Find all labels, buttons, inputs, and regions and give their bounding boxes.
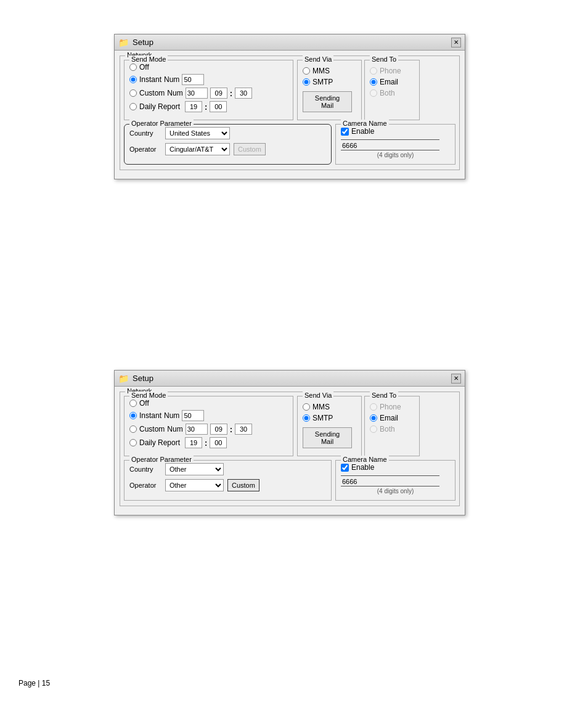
dialog-2-daily-radio[interactable] <box>129 439 137 446</box>
dialog-2-mms-radio[interactable] <box>303 403 310 411</box>
dialog-1-operator-field-label: Operator <box>129 146 161 153</box>
dialog-2-mms-label: MMS <box>312 403 330 411</box>
dialog-1-network-group: Network Send Mode Off <box>120 55 460 170</box>
dialog-1-both-label: Both <box>380 89 395 97</box>
dialog-2-send-via-box: Send Via MMS SMTP SendingMail <box>297 396 362 456</box>
dialog-2-custom-row: Custom Num : <box>129 424 288 435</box>
dialog-2-network-inner: Send Mode Off Instant Num <box>124 396 455 456</box>
dialog-1-instant-radio[interactable] <box>129 76 137 83</box>
dialog-1-smtp-radio[interactable] <box>303 78 310 86</box>
dialog-1-custom-num-input[interactable] <box>186 88 208 99</box>
dialog-2-daily-colon: : <box>205 438 207 448</box>
dialog-1-enable-label: Enable <box>351 127 374 136</box>
dialog-1-camera-name-input[interactable] <box>341 141 439 150</box>
dialog-2-operator-row: Operator Other Cingular/AT&T T-Mobile Cu… <box>129 479 326 491</box>
dialog-1-send-mode-box: Send Mode Off Instant Num <box>124 60 293 120</box>
dialog-2-custom-label: Custom <box>139 425 165 433</box>
dialog-1-instant-num-label: Num <box>164 75 179 84</box>
dialog-2-enable-row: Enable <box>341 463 450 472</box>
dialog-2-instant-label: Instant <box>139 411 161 420</box>
dialog-2-phone-radio[interactable] <box>370 403 377 411</box>
dialog-2-bottom-row: Operator Parameter Country Other United … <box>124 460 455 501</box>
dialog-1-email-radio[interactable] <box>370 78 377 86</box>
dialog-1-enable-row: Enable <box>341 127 450 136</box>
dialog-2-smtp-radio[interactable] <box>303 414 310 422</box>
dialog-1-country-select[interactable]: United States Other <box>165 127 230 139</box>
dialog-2-close-button[interactable]: ✕ <box>451 374 461 384</box>
dialog-1-country-row: Country United States Other <box>129 127 326 139</box>
dialog-2-daily-time2[interactable] <box>210 437 227 448</box>
dialog-2-custom-button[interactable]: Custom <box>227 479 259 491</box>
dialog-1-body: Network Send Mode Off <box>115 51 465 179</box>
dialog-2-off-radio[interactable] <box>129 400 137 407</box>
dialog-2-camera-name-input[interactable] <box>341 477 439 486</box>
dialog-1-operator-row: Operator Cingular/AT&T T-Mobile Other Cu… <box>129 143 326 155</box>
dialog-2-titlebar: 📁 Setup ✕ <box>115 371 465 387</box>
dialog-1-mms-radio[interactable] <box>303 67 310 75</box>
folder-icon-2: 📁 <box>118 374 129 384</box>
dialog-2-daily-time1[interactable] <box>185 437 202 448</box>
dialog-1-custom-time1[interactable] <box>210 88 227 99</box>
dialog-2-country-select[interactable]: Other United States <box>165 463 224 475</box>
dialog-1-titlebar: 📁 Setup ✕ <box>115 35 465 51</box>
dialog-2-phone-label: Phone <box>380 403 401 411</box>
dialog-1-custom-colon1: : <box>230 89 232 98</box>
dialog-2-instant-num-input[interactable] <box>182 410 204 421</box>
dialog-1: 📁 Setup ✕ Network Send Mode <box>114 34 465 179</box>
dialog-2: 📁 Setup ✕ Network Send Mode <box>114 370 465 515</box>
dialog-1-title: Setup <box>133 38 153 47</box>
dialog-2-custom-num-input[interactable] <box>186 424 208 435</box>
dialog-1-operator-select[interactable]: Cingular/AT&T T-Mobile Other <box>165 143 230 155</box>
dialog-1-custom-radio[interactable] <box>129 89 137 97</box>
dialog-1-custom-time2[interactable] <box>235 88 252 99</box>
dialog-1-both-radio[interactable] <box>370 89 377 97</box>
dialog-2-country-row: Country Other United States <box>129 463 326 475</box>
dialog-1-custom-button[interactable]: Custom <box>234 143 266 155</box>
dialog-1-smtp-label: SMTP <box>312 78 333 86</box>
dialog-2-operator-select[interactable]: Other Cingular/AT&T T-Mobile <box>165 479 224 491</box>
dialog-1-both-row: Both <box>370 89 414 97</box>
dialog-2-title-left: 📁 Setup <box>118 374 153 384</box>
dialog-1-send-via-label: Send Via <box>303 55 333 63</box>
dialog-2-off-label: Off <box>139 399 149 408</box>
dialog-2-network-group: Network Send Mode Off <box>120 392 460 506</box>
dialog-1-enable-checkbox[interactable] <box>341 128 349 136</box>
dialog-2-operator-field-label: Operator <box>129 482 161 489</box>
dialog-1-phone-row: Phone <box>370 67 414 75</box>
dialog-1-custom-row: Custom Num : <box>129 88 288 99</box>
dialog-1-instant-num-input[interactable] <box>182 74 204 85</box>
dialog-2-body: Network Send Mode Off <box>115 387 465 515</box>
dialog-2-operator-box: Operator Parameter Country Other United … <box>124 460 332 501</box>
dialog-2-email-radio[interactable] <box>370 414 377 422</box>
dialog-2-phone-row: Phone <box>370 403 414 411</box>
dialog-2-instant-radio[interactable] <box>129 412 137 419</box>
dialog-1-daily-time1[interactable] <box>185 101 202 112</box>
dialog-2-sending-mail-button[interactable]: SendingMail <box>303 427 352 448</box>
dialog-2-camera-name-label: Camera Name <box>341 456 389 463</box>
dialog-1-daily-time2[interactable] <box>210 101 227 112</box>
dialog-1-send-to-box: Send To Phone Email Both <box>364 60 420 120</box>
dialog-1-phone-label: Phone <box>380 67 401 75</box>
dialog-2-send-to-label: Send To <box>370 392 398 399</box>
dialog-2-enable-checkbox[interactable] <box>341 464 349 472</box>
dialog-2-custom-time1[interactable] <box>210 424 227 435</box>
dialog-1-send-to-label: Send To <box>370 55 398 63</box>
dialog-1-daily-label: Daily Report <box>139 102 180 111</box>
dialog-1-off-radio[interactable] <box>129 64 137 71</box>
dialog-2-both-radio[interactable] <box>370 425 377 433</box>
dialog-1-phone-radio[interactable] <box>370 67 377 75</box>
dialog-2-off-row: Off <box>129 399 288 408</box>
dialog-2-custom-radio[interactable] <box>129 425 137 433</box>
dialog-2-smtp-label: SMTP <box>312 414 333 422</box>
dialog-1-daily-radio[interactable] <box>129 103 137 110</box>
dialog-2-email-row: Email <box>370 414 414 422</box>
dialog-1-mms-label: MMS <box>312 67 330 75</box>
dialog-1-close-button[interactable]: ✕ <box>451 38 461 47</box>
dialog-1-instant-row: Instant Num <box>129 74 288 85</box>
dialog-1-title-left: 📁 Setup <box>118 38 153 47</box>
dialog-1-sending-mail-button[interactable]: SendingMail <box>303 91 352 112</box>
folder-icon-1: 📁 <box>118 38 129 47</box>
dialog-1-custom-num-label: Num <box>167 89 182 97</box>
dialog-2-custom-time2[interactable] <box>235 424 252 435</box>
dialog-1-camera-line <box>341 139 439 140</box>
